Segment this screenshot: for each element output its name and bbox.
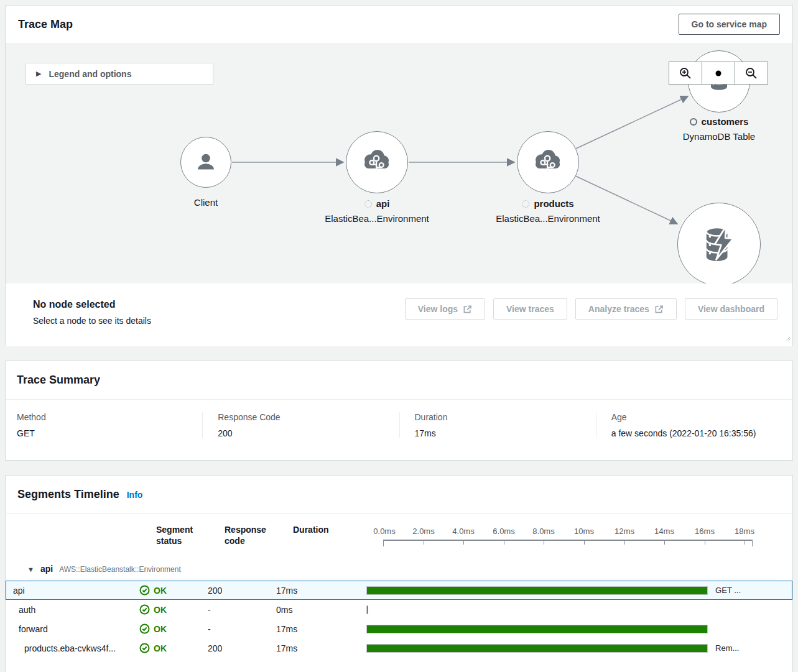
- response-code: 200: [208, 643, 276, 653]
- page-title: Trace Map: [18, 18, 73, 31]
- zoom-out-button[interactable]: [735, 62, 768, 85]
- duration: 17ms: [276, 624, 354, 634]
- field-method: Method GET: [6, 412, 202, 438]
- ok-status-icon: [139, 643, 150, 653]
- segment-row-forward[interactable]: forward OK - 17ms: [6, 619, 792, 638]
- expander-arrow-icon: ▶: [36, 70, 41, 78]
- trace-summary-title: Trace Summary: [17, 374, 100, 387]
- view-traces-button[interactable]: View traces: [493, 298, 567, 320]
- duration-bar: [366, 586, 708, 595]
- status-text: OK: [154, 605, 167, 615]
- status-ring-dotted: [364, 200, 372, 208]
- node-products-label: products ElasticBea...Environment: [486, 198, 610, 224]
- duration-bar: [366, 625, 708, 633]
- duration-bar: [366, 605, 368, 614]
- trace-summary-fields: Method GET Response Code 200 Duration 17…: [6, 412, 792, 438]
- col-segment-status: Segment status: [156, 524, 213, 546]
- group-divider: [27, 579, 776, 579]
- ok-status-icon: [139, 624, 150, 634]
- response-code: -: [208, 605, 276, 615]
- field-duration: Duration 17ms: [399, 412, 596, 438]
- field-age: Age a few seconds (2022-01-20 16:35:56): [596, 412, 792, 438]
- analyze-traces-button[interactable]: Analyze traces: [575, 298, 677, 320]
- duration-bar: [366, 644, 708, 653]
- map-zoom-controls: [669, 62, 768, 85]
- recenter-button[interactable]: [702, 62, 735, 85]
- trace-map-panel: Trace Map Go to service map ▶ Legend and…: [5, 5, 793, 346]
- legend-label: Legend and options: [49, 69, 131, 79]
- duration: 17ms: [276, 586, 354, 596]
- node-customers-label: customers DynamoDB Table: [657, 116, 781, 142]
- legend-and-options-expander[interactable]: ▶ Legend and options: [26, 63, 213, 85]
- node-details-band: No node selected Select a node to see it…: [6, 283, 792, 346]
- response-code: -: [208, 624, 276, 634]
- col-duration: Duration: [293, 524, 361, 535]
- status-text: OK: [154, 624, 167, 634]
- bar-label: Rem...: [715, 643, 739, 653]
- magnifier-plus-icon: [679, 67, 692, 80]
- node-api[interactable]: [346, 131, 408, 193]
- go-to-service-map-button[interactable]: Go to service map: [679, 14, 780, 35]
- node-products[interactable]: [517, 131, 579, 193]
- ok-status-icon: [139, 585, 150, 596]
- trace-map-canvas[interactable]: ▶ Legend and options Client: [6, 43, 792, 283]
- external-link-icon: [654, 305, 664, 314]
- status-ring-dotted: [522, 200, 529, 208]
- group-name: api: [40, 564, 53, 574]
- info-link[interactable]: Info: [127, 490, 143, 500]
- status-ring-solid: [690, 118, 697, 126]
- magnifier-minus-icon: [745, 67, 758, 80]
- node-client[interactable]: [180, 137, 231, 188]
- bar-label: GET ...: [715, 586, 741, 595]
- trace-summary-panel: Trace Summary Method GET Response Code 2…: [5, 361, 793, 461]
- dynamodb-dax-icon: [697, 222, 741, 267]
- node-client-label: Client: [169, 197, 243, 208]
- ok-status-icon: [139, 604, 150, 615]
- collapse-triangle-icon[interactable]: ▼: [27, 566, 34, 573]
- duration: 0ms: [276, 605, 354, 615]
- zoom-in-button[interactable]: [669, 62, 702, 85]
- user-icon: [192, 148, 220, 177]
- trace-summary-header: Trace Summary: [6, 361, 792, 400]
- no-node-selected-subtitle: Select a node to see its details: [33, 316, 151, 326]
- segment-row-products[interactable]: products.eba-cvkws4f... OK 200 17ms Rem.…: [6, 638, 792, 658]
- segment-row-api[interactable]: api OK 200 17ms GET ...: [6, 581, 792, 600]
- elastic-beanstalk-icon: [530, 144, 566, 180]
- status-text: OK: [154, 586, 167, 596]
- duration: 17ms: [276, 643, 354, 653]
- group-type: AWS::ElasticBeanstalk::Environment: [59, 565, 181, 574]
- segments-timeline-title: Segments Timeline: [17, 488, 119, 501]
- panel-resize-handle[interactable]: [784, 333, 791, 344]
- segments-timeline-header: Segments Timeline Info: [6, 476, 792, 514]
- trace-map-header: Trace Map Go to service map: [6, 6, 792, 43]
- external-link-icon: [463, 305, 472, 314]
- segments-timeline-panel: Segments Timeline Info Segment status Re…: [5, 475, 793, 672]
- dot-icon: [712, 67, 725, 80]
- timeline-axis: 0.0ms 2.0ms 4.0ms 6.0ms 8.0ms 10ms 12ms …: [383, 525, 756, 550]
- view-dashboard-button[interactable]: View dashboard: [685, 298, 777, 320]
- node-database[interactable]: [677, 203, 761, 283]
- status-text: OK: [154, 643, 167, 653]
- elastic-beanstalk-icon: [359, 144, 395, 180]
- response-code: 200: [208, 586, 276, 596]
- node-api-label: api ElasticBea...Environment: [315, 198, 439, 224]
- field-response-code: Response Code 200: [202, 412, 399, 438]
- view-logs-button[interactable]: View logs: [405, 298, 485, 320]
- segment-row-auth[interactable]: auth OK - 0ms: [6, 600, 792, 619]
- segment-group-row[interactable]: ▼ api AWS::ElasticBeanstalk::Environment: [6, 556, 792, 579]
- segments-table-header: Segment status Response code Duration 0.…: [6, 514, 792, 556]
- col-response-code: Response code: [225, 524, 282, 546]
- no-node-selected-title: No node selected: [33, 299, 151, 310]
